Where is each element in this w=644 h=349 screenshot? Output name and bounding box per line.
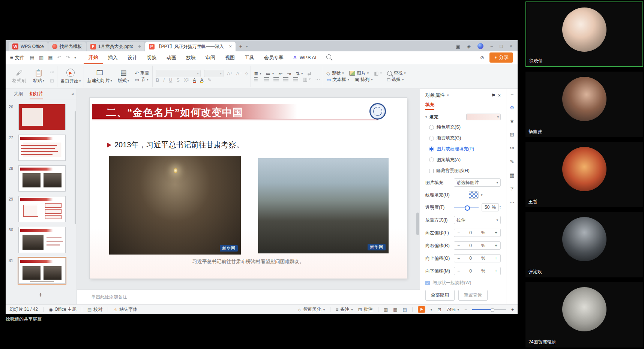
split-view-icon[interactable]: ▣ xyxy=(456,43,460,49)
panel-collapse-icon[interactable]: ◂ xyxy=(71,91,74,96)
file-menu[interactable]: ≡ 文件 xyxy=(10,54,25,61)
menu-review[interactable]: 审阅 xyxy=(201,51,220,64)
radio-solid-fill[interactable]: 纯色填充(S) xyxy=(429,124,501,130)
notes-area[interactable]: 单击此处添加备注 xyxy=(77,289,420,304)
decrease-font-icon[interactable]: A⁻ xyxy=(236,71,242,76)
help-icon[interactable]: ? xyxy=(510,186,513,192)
tab-document-1[interactable]: P 1月党员大会.pptx xyxy=(87,42,144,51)
fill-color-button[interactable]: ◧▾ xyxy=(374,70,382,76)
new-tab-button[interactable]: + xyxy=(239,43,242,49)
collapse-panel-icon[interactable]: − xyxy=(510,91,513,97)
bold-icon[interactable]: B xyxy=(156,77,159,83)
apply-all-button[interactable]: 全部应用 xyxy=(425,290,455,301)
texture-swatch[interactable] xyxy=(469,191,479,199)
transparency-value[interactable]: 50 % xyxy=(482,203,499,211)
fill-color-swatch[interactable]: ▾ xyxy=(466,114,501,120)
find-button[interactable]: 查找▾ xyxy=(387,70,406,76)
section-button[interactable]: ▭节▾ xyxy=(135,76,149,83)
select-button[interactable]: □选择▾ xyxy=(387,76,406,83)
slide-thumbnail-26[interactable] xyxy=(18,104,66,130)
paste-button[interactable]: 📋 粘贴▾ xyxy=(30,69,47,84)
transparency-spinner[interactable]: ▴▾ xyxy=(500,205,501,209)
fill-tab[interactable]: 填充 xyxy=(425,102,434,110)
plus-icon[interactable]: + xyxy=(495,268,497,274)
copy-panel-icon[interactable]: ⊞ xyxy=(510,132,514,138)
print-icon[interactable]: ▦ xyxy=(48,55,53,60)
plus-icon[interactable]: + xyxy=(495,256,497,261)
columns-button[interactable]: ▥▾ xyxy=(303,76,311,82)
proofing-button[interactable]: ▤ 校对 xyxy=(87,306,102,313)
slideshow-play-button[interactable] xyxy=(418,306,425,313)
increase-indent-icon[interactable]: ⇥ xyxy=(287,71,291,76)
menu-view[interactable]: 视图 xyxy=(220,51,240,64)
offset-up-stepper[interactable]: − 0 % + xyxy=(454,254,501,262)
arrange-button[interactable]: ▣排列▾ xyxy=(354,76,373,83)
close-button[interactable]: × xyxy=(509,43,512,49)
slide-layout-button[interactable]: ▤ 版式▾ xyxy=(115,69,132,84)
font-family-combo[interactable]: ▾ xyxy=(156,70,201,77)
offset-right-stepper[interactable]: − 0 % + xyxy=(454,241,501,250)
cut-icon[interactable]: ✂ xyxy=(50,69,54,75)
canvas-scrollbar[interactable] xyxy=(416,213,419,235)
placement-dropdown[interactable]: 拉伸 ▾ xyxy=(454,216,501,224)
checkbox-hide-background[interactable]: 隐藏背景图形(H) xyxy=(429,168,501,174)
more-icon[interactable]: ⋯ xyxy=(509,199,515,205)
minus-icon[interactable]: − xyxy=(457,230,460,235)
font-size-combo[interactable]: ▾ xyxy=(204,70,224,77)
play-options-chevron-icon[interactable]: ▾ xyxy=(431,308,432,312)
slide-sorter-view-button[interactable]: ▦ xyxy=(393,307,397,312)
format-painter-button[interactable]: 🖌 格式刷 xyxy=(11,69,27,84)
participant-tile[interactable]: 24国贸陈铭蔚 xyxy=(525,282,643,348)
section-collapse-icon[interactable]: ▾ xyxy=(425,115,427,119)
menu-insert[interactable]: 插入 xyxy=(103,51,123,64)
photo-outdoor-handshake[interactable]: 新华网 xyxy=(258,158,389,253)
minus-icon[interactable]: − xyxy=(457,243,460,248)
textbox-button[interactable]: ▭文本框▾ xyxy=(326,76,349,83)
text-direction-button[interactable]: ⇄ xyxy=(308,71,312,76)
reset-button[interactable]: ↶重置 xyxy=(135,70,149,76)
zoom-in-button[interactable]: + xyxy=(511,307,514,312)
tab-close-icon[interactable]: × xyxy=(229,44,232,49)
radio-gradient-fill[interactable]: 渐变填充(G) xyxy=(429,135,501,141)
texture-chevron-icon[interactable]: ▾ xyxy=(481,193,483,197)
menu-member[interactable]: 会员专享 xyxy=(259,51,288,64)
tab-document-2-active[interactable]: P 【PPT】风正好扬万里帆——深入 × xyxy=(145,42,236,51)
pen-annotate-icon[interactable]: ✎ xyxy=(510,159,514,165)
undo-icon[interactable]: ↶ xyxy=(57,55,61,60)
minimize-button[interactable]: − xyxy=(490,43,493,49)
save-icon[interactable]: ▤ xyxy=(30,55,35,60)
strikethrough-icon[interactable]: S xyxy=(176,77,180,83)
distribute-icon[interactable] xyxy=(293,77,298,81)
slide-canvas[interactable]: 二、“金色名片”如何改变中国 2013年，习近平总书记前往甘肃考察。 新华网 新… xyxy=(77,89,420,289)
menu-slideshow[interactable]: 放映 xyxy=(181,51,201,64)
increase-font-icon[interactable]: A⁺ xyxy=(227,71,233,76)
decrease-indent-icon[interactable]: ⇤ xyxy=(278,71,282,76)
numbered-list-button[interactable]: ≔▾ xyxy=(266,71,274,76)
text-effects-icon[interactable]: ✎ xyxy=(207,77,212,83)
quickbar-chevron-icon[interactable]: ▾ xyxy=(74,56,76,60)
menu-tools[interactable]: 工具 xyxy=(240,51,259,64)
picture-fill-dropdown[interactable]: 请选择图片 ▾ xyxy=(454,178,501,187)
photo-indoor-visit[interactable]: 新华网 xyxy=(109,156,241,255)
star-favorites-icon[interactable]: ★ xyxy=(510,118,515,124)
photo-caption[interactable]: 习近平总书记前往甘肃布楞沟村看望慰问困难群众。 xyxy=(90,258,407,265)
redo-icon[interactable]: ↷ xyxy=(66,55,70,60)
reading-view-button[interactable]: ▤ xyxy=(402,307,407,312)
plus-icon[interactable]: + xyxy=(495,243,497,248)
italic-icon[interactable]: I xyxy=(163,77,165,83)
tab-outline[interactable]: 大纲 xyxy=(14,91,23,97)
wps-cloud-icon[interactable] xyxy=(477,43,483,49)
panel-close-icon[interactable]: × xyxy=(498,93,501,98)
slide-thumbnail-31-selected[interactable] xyxy=(18,258,66,284)
offset-down-stepper[interactable]: − 0 % + xyxy=(454,267,501,275)
skin-icon[interactable]: ◈ xyxy=(467,43,471,49)
paragraph-settings-button[interactable]: ⋯ xyxy=(315,76,320,82)
align-left-icon[interactable] xyxy=(254,77,259,81)
superscript-icon[interactable]: X² xyxy=(184,77,189,83)
picture-button[interactable]: 图片▾ xyxy=(349,70,369,76)
tab-slides[interactable]: 幻灯片 xyxy=(30,89,43,99)
align-center-icon[interactable] xyxy=(264,77,269,81)
slide-31[interactable]: 二、“金色名片”如何改变中国 2013年，习近平总书记前往甘肃考察。 新华网 新… xyxy=(90,98,407,279)
zoom-level[interactable]: 74% ▾ xyxy=(446,307,459,312)
properties-gear-icon[interactable]: ⚙ xyxy=(510,105,515,111)
